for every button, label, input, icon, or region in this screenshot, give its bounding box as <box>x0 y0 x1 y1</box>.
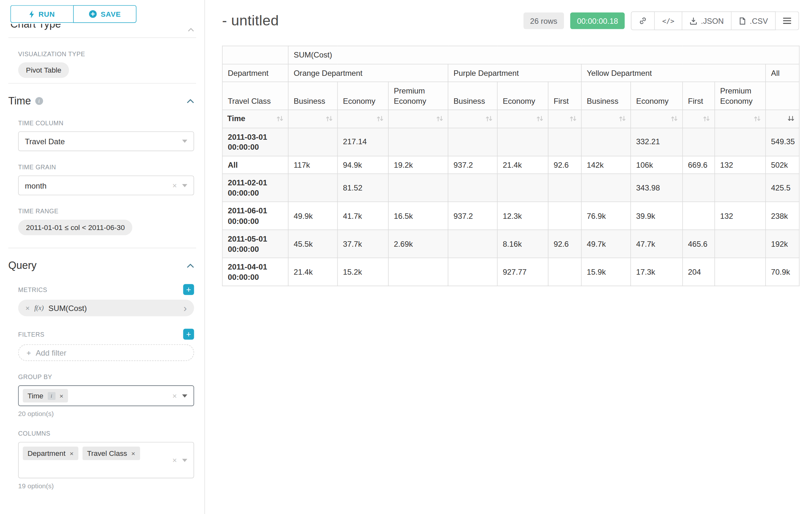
chevron-up-icon[interactable] <box>187 264 194 268</box>
travel-class-header: Premium Economy <box>715 82 765 110</box>
sort-header-cell[interactable] <box>683 110 715 128</box>
sort-toggle-icon[interactable] <box>671 114 677 125</box>
clear-icon[interactable]: × <box>172 392 177 400</box>
visualization-type-value[interactable]: Pivot Table <box>18 62 69 78</box>
time-range-value[interactable]: 2011-01-01 ≤ col < 2011-06-30 <box>18 220 133 235</box>
add-filter-button[interactable]: + Add filter <box>18 344 194 361</box>
group-by-select[interactable]: Time i × × <box>18 385 194 406</box>
value-cell: 21.4k <box>497 156 548 174</box>
chart-title[interactable]: - untitled <box>222 12 279 29</box>
travel-class-header <box>765 82 799 110</box>
value-cell <box>497 128 548 156</box>
travel-class-label-cell: Travel Class <box>223 82 288 110</box>
control-panel: RUN SAVE Chart Type VISUALIZATION TYPE P… <box>0 0 205 514</box>
value-cell: 12.3k <box>497 202 548 230</box>
sort-header-cell[interactable] <box>338 110 388 128</box>
group-by-tag-time[interactable]: Time i × <box>23 389 68 403</box>
clear-icon[interactable]: × <box>172 456 177 464</box>
sort-toggle-icon[interactable] <box>703 114 709 125</box>
table-row: 2011-05-01 00:00:0045.5k37.7k2.69k8.16k9… <box>223 230 800 258</box>
sort-toggle-icon[interactable] <box>536 114 543 125</box>
row-label: 2011-03-01 00:00:00 <box>223 128 288 156</box>
copy-link-button[interactable] <box>631 11 655 30</box>
columns-tag-travel-class[interactable]: Travel Class × <box>83 447 140 460</box>
value-cell: 502k <box>765 156 799 174</box>
value-cell <box>288 128 338 156</box>
chevron-right-icon: › <box>183 303 187 313</box>
value-cell: 142k <box>581 156 631 174</box>
time-label-cell[interactable]: Time <box>223 110 288 128</box>
value-cell: 192k <box>765 230 799 258</box>
view-query-button[interactable]: </> <box>655 11 682 30</box>
time-column-select[interactable]: Travel Date <box>18 131 194 151</box>
sort-toggle-icon[interactable] <box>754 114 761 125</box>
chevron-up-icon[interactable] <box>187 99 194 103</box>
export-json-button[interactable]: .JSON <box>682 11 732 30</box>
sort-toggle-icon[interactable] <box>436 114 443 125</box>
chart-type-section-header[interactable]: Chart Type <box>10 24 196 32</box>
sort-toggle-icon[interactable] <box>377 114 383 125</box>
columns-select[interactable]: Department × Travel Class × × <box>18 442 194 478</box>
value-cell: 70.9k <box>765 258 799 286</box>
caret-down-icon <box>182 140 187 143</box>
divider <box>8 37 196 38</box>
value-cell <box>548 128 581 156</box>
metric-chip[interactable]: × f(x) SUM(Cost) › <box>18 300 194 317</box>
columns-tag-department[interactable]: Department × <box>23 447 78 460</box>
value-cell: 15.2k <box>338 258 388 286</box>
export-json-label: .JSON <box>701 17 724 25</box>
query-section-header[interactable]: Query <box>8 260 194 271</box>
sort-header-cell[interactable] <box>448 110 497 128</box>
value-cell <box>388 258 448 286</box>
row-label: 2011-06-01 00:00:00 <box>223 202 288 230</box>
value-cell: 21.4k <box>288 258 338 286</box>
sort-header-cell[interactable] <box>288 110 338 128</box>
value-cell <box>448 230 497 258</box>
time-section-header[interactable]: Time i <box>8 95 194 107</box>
clear-icon[interactable]: × <box>172 182 177 189</box>
sort-toggle-icon[interactable] <box>326 114 332 125</box>
value-cell <box>388 128 448 156</box>
sort-header-cell[interactable] <box>765 110 799 128</box>
sort-header-cell[interactable] <box>715 110 765 128</box>
time-column-label: TIME COLUMN <box>18 119 194 127</box>
sort-header-cell[interactable] <box>631 110 683 128</box>
sort-header-cell[interactable] <box>581 110 631 128</box>
value-cell: 39.9k <box>631 202 683 230</box>
sort-descending-active-icon[interactable] <box>788 114 794 125</box>
value-cell: 92.6 <box>548 156 581 174</box>
sort-header-cell[interactable] <box>548 110 581 128</box>
value-cell <box>548 202 581 230</box>
run-button-label: RUN <box>38 10 55 18</box>
save-button[interactable]: SAVE <box>73 5 137 23</box>
value-cell <box>548 258 581 286</box>
remove-metric-icon[interactable]: × <box>25 304 30 312</box>
value-cell <box>683 202 715 230</box>
sort-header-cell[interactable] <box>497 110 548 128</box>
time-label: Time <box>227 114 245 123</box>
menu-button[interactable] <box>776 11 799 30</box>
travel-class-header: Business <box>288 82 338 110</box>
value-cell: 8.16k <box>497 230 548 258</box>
department-header: Yellow Department <box>581 64 765 82</box>
sort-toggle-icon[interactable] <box>277 114 283 125</box>
value-cell <box>715 230 765 258</box>
add-metric-button[interactable]: + <box>183 284 194 295</box>
sort-toggle-icon[interactable] <box>619 114 626 125</box>
run-button[interactable]: RUN <box>10 5 73 23</box>
value-cell <box>388 174 448 202</box>
remove-tag-icon[interactable]: × <box>70 450 74 457</box>
remove-tag-icon[interactable]: × <box>59 392 63 400</box>
plus-circle-icon <box>89 10 97 18</box>
time-grain-select[interactable]: month × <box>18 175 194 195</box>
department-header: Orange Department <box>288 64 448 82</box>
sort-header-cell[interactable] <box>388 110 448 128</box>
export-csv-button[interactable]: .CSV <box>731 11 775 30</box>
caret-down-icon <box>182 184 187 187</box>
sort-toggle-icon[interactable] <box>486 114 492 125</box>
add-filter-plus-button[interactable]: + <box>183 329 194 340</box>
remove-tag-icon[interactable]: × <box>131 450 135 457</box>
sort-toggle-icon[interactable] <box>570 114 576 125</box>
value-cell <box>548 174 581 202</box>
row-label: 2011-02-01 00:00:00 <box>223 174 288 202</box>
